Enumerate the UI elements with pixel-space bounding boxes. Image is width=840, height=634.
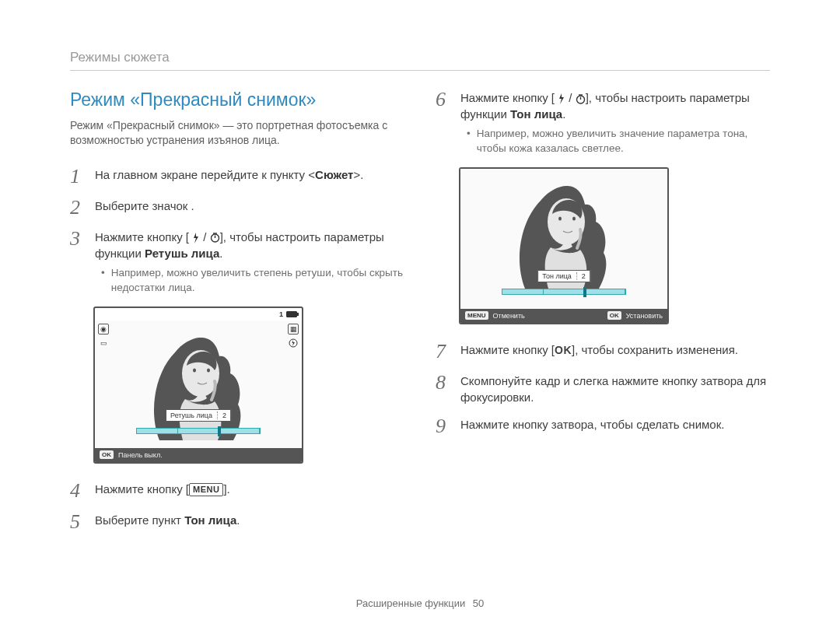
lcd-screen: 1 ◉ ▭ ▦ <box>93 306 303 464</box>
param-label: Тон лица <box>542 272 572 280</box>
param-box: Тон лица 2 <box>537 270 590 282</box>
step-number: 6 <box>436 89 451 156</box>
foot-ok-label: OK <box>607 311 621 320</box>
param-divider <box>576 272 577 280</box>
menu-button-glyph: MENU <box>189 483 223 496</box>
foot-menu-label: MENU <box>465 311 488 320</box>
step-text-post: ], чтобы сохранить изменения. <box>572 343 738 356</box>
footer-section: Расширенные функции <box>356 597 466 609</box>
size-icon: ▭ <box>98 338 109 349</box>
lcd-body: ◉ ▭ ▦ <box>95 321 302 448</box>
step-3: 3 Нажмите кнопку [ / ], чтобы настроить … <box>70 229 404 296</box>
lcd-top-bar: 1 <box>95 308 302 321</box>
ok-button-glyph: OK <box>555 344 572 356</box>
foot-text: Панель выкл. <box>118 451 163 459</box>
step-7: 7 Нажмите кнопку [OK], чтобы сохранить и… <box>436 342 770 362</box>
lcd-figure-tone: Тон лица 2 MENU Отменить OK <box>459 167 770 324</box>
step-text: Выберите пункт Тон лица. <box>95 512 404 532</box>
svg-point-11 <box>558 216 562 220</box>
left-column: Режим «Прекрасный снимок» Режим «Прекрас… <box>70 89 404 543</box>
step-1: 1 На главном экране перейдите к пункту <… <box>70 166 404 187</box>
slider-track <box>136 428 261 434</box>
step-text: Скомпонуйте кадр и слегка нажмите кнопку… <box>460 373 770 405</box>
step-number: 3 <box>70 229 86 296</box>
lcd-body: Тон лица 2 <box>460 169 667 309</box>
subbullet-text: Например, можно увеличить степень ретуши… <box>111 266 404 296</box>
flash-icon <box>192 233 200 243</box>
param-divider <box>217 412 218 419</box>
bullet-icon: • <box>101 266 105 296</box>
mode-title: Режим «Прекрасный снимок» <box>70 89 404 110</box>
subbullet-text: Например, можно увеличить значение парам… <box>477 127 770 156</box>
foot-cancel-text: Отменить <box>493 312 525 320</box>
step-text-end: . <box>562 107 565 121</box>
slash: / <box>200 230 210 243</box>
battery-icon <box>286 311 297 317</box>
param-value: 2 <box>222 412 226 419</box>
param-value: 2 <box>582 272 586 280</box>
step-text-bold: Сюжет <box>315 168 353 181</box>
param-box: Ретушь лица 2 <box>166 409 231 422</box>
step-number: 4 <box>70 481 86 501</box>
step-number: 1 <box>70 166 86 187</box>
step-text-pre: Нажмите кнопку [ <box>460 91 555 104</box>
step-4: 4 Нажмите кнопку [MENU]. <box>70 481 404 501</box>
foot-set-text: Установить <box>626 312 663 320</box>
divider <box>70 70 770 71</box>
svg-point-6 <box>207 368 210 372</box>
lcd-screen: Тон лица 2 MENU Отменить OK <box>459 167 669 324</box>
bullet-icon: • <box>467 127 471 156</box>
step-text-pre: Нажмите кнопку [ <box>95 230 189 243</box>
step-text-end: . <box>219 247 222 260</box>
slider-thumb <box>218 426 221 436</box>
step-text-pre: На главном экране перейдите к пункту < <box>95 168 315 181</box>
param-label: Ретушь лица <box>170 412 212 419</box>
lcd-figure-retouch: 1 ◉ ▭ ▦ <box>93 306 404 464</box>
step-number: 8 <box>436 373 451 405</box>
step-2: 2 Выберите значок . <box>70 198 404 218</box>
step-text-pre: Выберите пункт <box>95 513 184 527</box>
step-text-post: . <box>236 513 240 527</box>
lcd-top-one: 1 <box>279 310 283 318</box>
step-8: 8 Скомпонуйте кадр и слегка нажмите кноп… <box>436 373 770 405</box>
slash: / <box>565 91 576 104</box>
step-text: Нажмите кнопку [OK], чтобы сохранить изм… <box>460 342 770 362</box>
step-text: Нажмите кнопку [ / ], чтобы настроить па… <box>460 89 770 156</box>
lcd-foot-bar: MENU Отменить OK Установить <box>460 309 667 323</box>
slider-track <box>502 289 626 295</box>
step-text: Выберите значок . <box>95 198 404 218</box>
flash-off-icon <box>288 338 299 349</box>
page-footer: Расширенные функции 50 <box>0 597 840 609</box>
step-text: Нажмите кнопку затвора, чтобы сделать сн… <box>460 416 770 436</box>
step-text-pre: Нажмите кнопку [ <box>460 343 555 356</box>
timer-icon <box>210 233 220 243</box>
step-text-post: ]. <box>223 482 229 496</box>
quality-icon: ▦ <box>288 324 299 335</box>
lcd-icon-col-left: ◉ ▭ <box>98 324 109 349</box>
flash-icon <box>558 93 565 104</box>
step-text: На главном экране перейдите к пункту <Сю… <box>95 166 404 187</box>
step-number: 7 <box>436 342 451 362</box>
step-text: Нажмите кнопку [ / ], чтобы настроить па… <box>95 229 404 296</box>
right-column: 6 Нажмите кнопку [ / ], чтобы настроить … <box>436 89 770 543</box>
two-column-layout: Режим «Прекрасный снимок» Режим «Прекрас… <box>70 89 770 543</box>
step-subbullet: • Например, можно увеличить степень рету… <box>95 266 404 296</box>
foot-ok-label: OK <box>100 450 114 459</box>
step-number: 2 <box>70 198 86 218</box>
svg-point-12 <box>572 216 576 220</box>
footer-page-number: 50 <box>473 597 484 609</box>
mode-icon: ◉ <box>98 324 109 335</box>
step-text-bold: Ретушь лица <box>145 247 219 260</box>
step-6: 6 Нажмите кнопку [ / ], чтобы настроить … <box>436 89 770 156</box>
step-text-post: >. <box>353 168 363 181</box>
lcd-icon-col-right: ▦ <box>288 324 299 349</box>
mode-intro: Режим «Прекрасный снимок» — это портретн… <box>70 118 404 148</box>
step-9: 9 Нажмите кнопку затвора, чтобы сделать … <box>436 416 770 436</box>
lcd-foot-bar: OK Панель выкл. <box>95 448 302 462</box>
step-number: 5 <box>70 512 86 532</box>
portrait-illustration <box>140 325 257 440</box>
timer-icon <box>576 94 586 104</box>
svg-point-5 <box>193 368 196 372</box>
section-header: Режимы сюжета <box>70 50 770 65</box>
step-text-bold: Тон лица <box>184 513 236 527</box>
